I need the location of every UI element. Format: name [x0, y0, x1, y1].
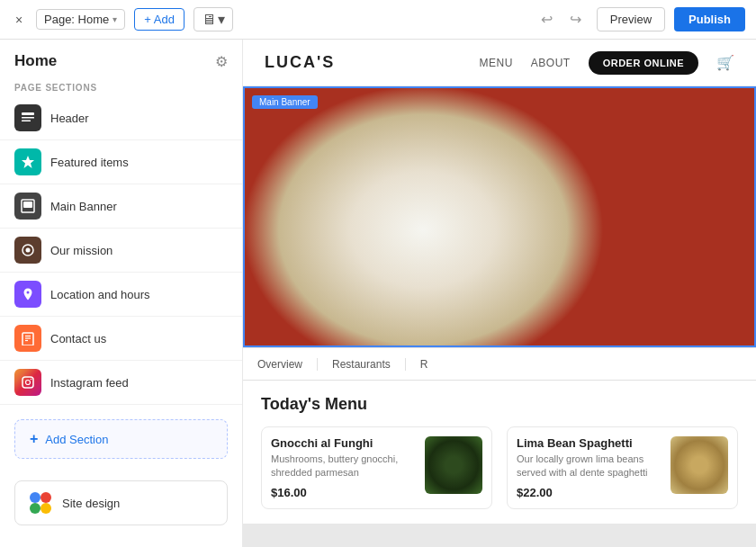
svg-marker-3: [22, 156, 34, 168]
menu-item-name-0: Gnocchi al Funghi: [271, 436, 416, 450]
featured-icon: [14, 148, 41, 175]
content-area: LUCA'S MENU ABOUT ORDER ONLINE 🛒 Main Ba…: [243, 40, 756, 547]
svg-point-18: [30, 503, 40, 514]
device-selector[interactable]: 🖥 ▾: [194, 7, 233, 31]
menu-card-1: Lima Bean Spaghetti Our locally grown li…: [507, 426, 738, 509]
svg-point-7: [26, 248, 31, 253]
menu-item-image-1: [670, 436, 728, 494]
menu-item-desc-0: Mushrooms, buttery gnocchi, shredded par…: [271, 453, 416, 480]
menu-item-image-0: [425, 436, 482, 494]
main-layout: Home ⚙ PAGE SECTIONS Header Featured ite…: [0, 40, 756, 547]
location-label: Location and hours: [50, 288, 150, 301]
menu-item-price-0: $16.00: [271, 486, 416, 499]
menu-card-0: Gnocchi al Funghi Mushrooms, buttery gno…: [261, 426, 492, 509]
svg-point-8: [27, 291, 30, 294]
order-online-button[interactable]: ORDER ONLINE: [589, 51, 698, 75]
mission-icon: [14, 237, 41, 264]
sidebar-item-featured[interactable]: Featured items: [0, 140, 242, 184]
topbar: × Page: Home ▾ + Add 🖥 ▾ ↩ ↪ Preview Pub…: [0, 0, 756, 40]
contact-icon: [14, 325, 41, 352]
menu-card-info-1: Lima Bean Spaghetti Our locally grown li…: [517, 436, 662, 499]
svg-point-14: [26, 381, 31, 385]
banner-icon: [14, 193, 41, 220]
add-section-label: Add Section: [45, 433, 108, 446]
add-button[interactable]: + Add: [134, 8, 184, 31]
svg-rect-1: [22, 117, 34, 119]
close-button[interactable]: ×: [11, 12, 27, 28]
device-icon: 🖥: [202, 12, 216, 28]
instagram-icon: [14, 369, 41, 396]
page-selector[interactable]: Page: Home ▾: [36, 9, 125, 30]
svg-point-16: [30, 492, 40, 503]
undo-button[interactable]: ↩: [536, 8, 559, 31]
menu-card-info-0: Gnocchi al Funghi Mushrooms, buttery gno…: [271, 436, 416, 499]
nav-about-link[interactable]: ABOUT: [531, 57, 571, 69]
svg-point-15: [31, 379, 32, 381]
svg-rect-5: [23, 202, 32, 208]
svg-rect-0: [22, 112, 34, 115]
nav-menu-link[interactable]: MENU: [479, 57, 512, 69]
redo-button[interactable]: ↪: [564, 8, 588, 31]
gear-icon[interactable]: ⚙: [215, 53, 228, 70]
menu-title: Today's Menu: [261, 395, 738, 414]
tab-overview[interactable]: Overview: [243, 358, 318, 371]
instagram-label: Instagram feed: [50, 376, 129, 390]
hero-section-label: Main Banner: [252, 95, 318, 109]
add-section-button[interactable]: + Add Section: [14, 419, 228, 459]
svg-point-17: [40, 492, 51, 503]
page-chevron-icon: ▾: [112, 14, 117, 24]
menu-items-list: Gnocchi al Funghi Mushrooms, buttery gno…: [261, 426, 738, 509]
sidebar-header: Home ⚙: [0, 40, 242, 77]
preview-frame: LUCA'S MENU ABOUT ORDER ONLINE 🛒 Main Ba…: [243, 40, 756, 547]
device-chevron-icon: ▾: [218, 11, 225, 28]
sidebar-item-header[interactable]: Header: [0, 96, 242, 140]
svg-rect-13: [22, 377, 33, 388]
svg-rect-9: [22, 333, 33, 345]
sidebar-item-location[interactable]: Location and hours: [0, 273, 242, 317]
publish-button[interactable]: Publish: [674, 7, 745, 31]
menu-item-name-1: Lima Bean Spaghetti: [517, 436, 662, 450]
restaurant-logo: LUCA'S: [265, 53, 335, 72]
sidebar-item-banner[interactable]: Main Banner: [0, 184, 242, 229]
header-icon: [14, 104, 41, 131]
tab-restaurants[interactable]: Restaurants: [318, 358, 406, 371]
menu-item-desc-1: Our locally grown lima beans served with…: [517, 453, 662, 480]
mission-label: Our mission: [50, 244, 112, 257]
site-design-icon: [28, 490, 53, 516]
location-icon: [14, 281, 41, 308]
svg-point-19: [40, 503, 51, 514]
nav-links: MENU ABOUT ORDER ONLINE 🛒: [479, 51, 734, 75]
hero-image: [245, 88, 754, 345]
tab-more[interactable]: R: [406, 358, 443, 371]
menu-item-price-1: $22.00: [517, 486, 662, 499]
banner-label: Main Banner: [50, 200, 117, 213]
sidebar-title: Home: [14, 52, 57, 70]
sidebar-item-contact[interactable]: Contact us: [0, 317, 242, 361]
preview-button[interactable]: Preview: [597, 7, 665, 31]
site-design-button[interactable]: Site design: [14, 480, 228, 525]
cart-icon[interactable]: 🛒: [716, 54, 734, 71]
hero-section: Main Banner: [243, 86, 756, 347]
add-section-plus-icon: +: [30, 431, 38, 447]
featured-label: Featured items: [50, 156, 129, 169]
restaurant-navbar: LUCA'S MENU ABOUT ORDER ONLINE 🛒: [243, 40, 756, 86]
contact-label: Contact us: [50, 332, 106, 345]
bottom-tabs: Overview Restaurants R: [243, 347, 756, 380]
undo-redo-group: ↩ ↪: [536, 8, 588, 31]
menu-section: Today's Menu Gnocchi al Funghi Mushrooms…: [243, 380, 756, 524]
sidebar-item-mission[interactable]: Our mission: [0, 229, 242, 273]
sidebar: Home ⚙ PAGE SECTIONS Header Featured ite…: [0, 40, 243, 547]
sidebar-item-instagram[interactable]: Instagram feed: [0, 361, 242, 405]
header-label: Header: [50, 112, 89, 125]
page-sections-label: PAGE SECTIONS: [0, 77, 242, 96]
svg-rect-2: [22, 121, 31, 122]
site-design-label: Site design: [62, 497, 120, 510]
